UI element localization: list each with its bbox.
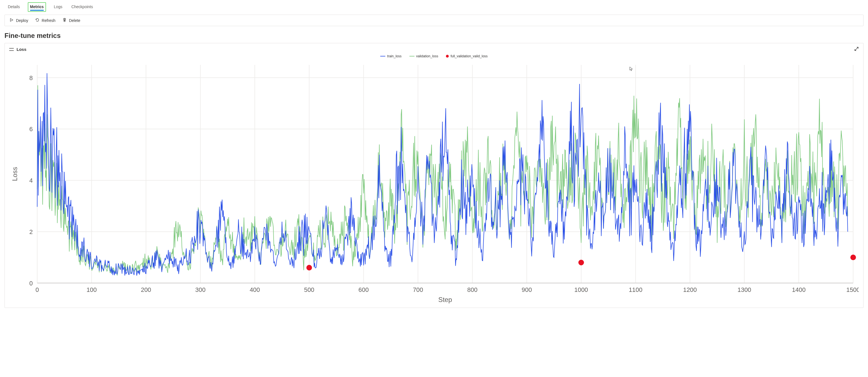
svg-point-46: [306, 265, 312, 270]
tab-metrics[interactable]: Metrics: [28, 2, 46, 12]
svg-text:1000: 1000: [575, 286, 588, 293]
tab-details[interactable]: Details: [7, 2, 21, 12]
refresh-icon: [35, 18, 39, 23]
svg-text:Step: Step: [438, 296, 452, 303]
fullval-swatch-icon: [446, 55, 449, 58]
legend-item-validation[interactable]: validation_loss: [409, 54, 438, 58]
svg-text:700: 700: [413, 286, 423, 293]
chart-legend: train_loss validation_loss full_validati…: [9, 54, 859, 58]
svg-text:6: 6: [29, 125, 33, 133]
svg-text:0: 0: [35, 286, 39, 293]
svg-text:100: 100: [87, 286, 97, 293]
svg-text:Loss: Loss: [11, 167, 19, 181]
delete-label: Delete: [69, 18, 80, 23]
svg-marker-0: [10, 19, 13, 21]
svg-text:1300: 1300: [738, 286, 751, 293]
svg-text:0: 0: [29, 280, 33, 287]
chart-card-loss: Loss train_loss validation_loss full_val…: [4, 43, 864, 308]
svg-point-48: [850, 255, 856, 260]
toolbar: Deploy Refresh Delete: [4, 14, 864, 26]
tab-checkpoints[interactable]: Checkpoints: [70, 2, 94, 12]
svg-text:500: 500: [304, 286, 314, 293]
refresh-button[interactable]: Refresh: [35, 18, 56, 23]
svg-text:900: 900: [522, 286, 532, 293]
svg-text:4: 4: [29, 177, 33, 184]
legend-item-train[interactable]: train_loss: [380, 54, 401, 58]
svg-text:600: 600: [359, 286, 369, 293]
svg-text:200: 200: [141, 286, 151, 293]
legend-label-validation: validation_loss: [416, 54, 438, 58]
deploy-button[interactable]: Deploy: [9, 18, 28, 23]
tab-logs[interactable]: Logs: [53, 2, 63, 12]
play-icon: [9, 18, 14, 23]
delete-button[interactable]: Delete: [62, 18, 80, 23]
drag-handle-icon[interactable]: [9, 48, 14, 51]
tab-bar: Details Metrics Logs Checkpoints: [4, 0, 864, 12]
svg-text:1100: 1100: [629, 286, 642, 293]
train-swatch-icon: [380, 56, 385, 56]
svg-text:1500: 1500: [846, 286, 859, 293]
svg-text:400: 400: [250, 286, 260, 293]
trash-icon: [62, 18, 67, 23]
svg-text:300: 300: [195, 286, 206, 293]
legend-label-fullval: full_validation_valid_loss: [451, 54, 488, 58]
legend-item-fullval[interactable]: full_validation_valid_loss: [446, 54, 488, 58]
svg-text:1200: 1200: [683, 286, 697, 293]
legend-label-train: train_loss: [387, 54, 401, 58]
svg-text:8: 8: [29, 75, 33, 82]
refresh-label: Refresh: [42, 18, 56, 23]
svg-text:800: 800: [467, 286, 478, 293]
svg-point-47: [579, 260, 584, 265]
svg-text:1400: 1400: [792, 286, 806, 293]
chart-title: Loss: [17, 47, 26, 52]
mouse-cursor-icon: [629, 66, 633, 71]
deploy-label: Deploy: [16, 18, 28, 23]
svg-text:2: 2: [29, 228, 33, 235]
page-title: Fine-tune metrics: [4, 32, 864, 39]
chart-plot-area[interactable]: 0100200300400500600700800900100011001200…: [9, 59, 859, 306]
expand-icon[interactable]: [854, 47, 859, 52]
validation-swatch-icon: [409, 56, 414, 56]
